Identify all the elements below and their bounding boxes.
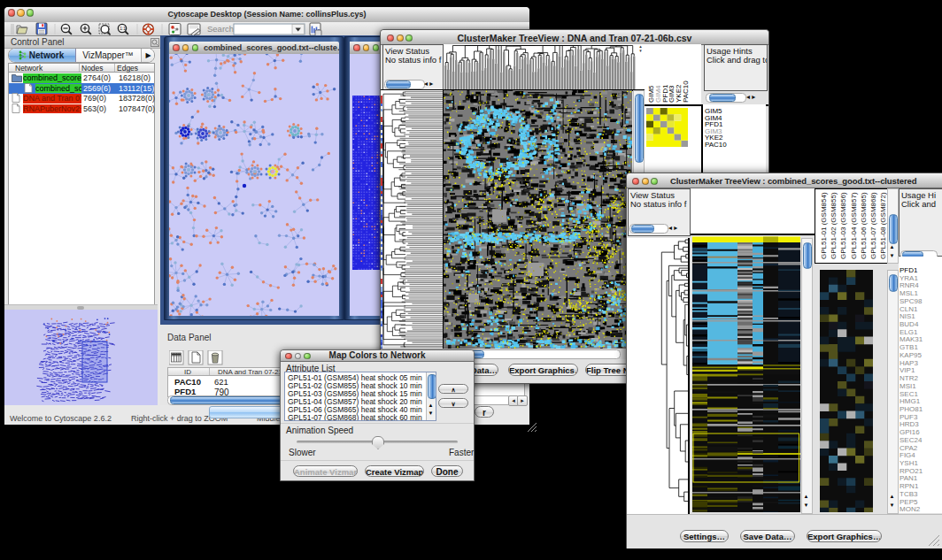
svg-text:Search:: Search: (207, 24, 236, 34)
svg-text:1:1: 1:1 (120, 26, 126, 31)
